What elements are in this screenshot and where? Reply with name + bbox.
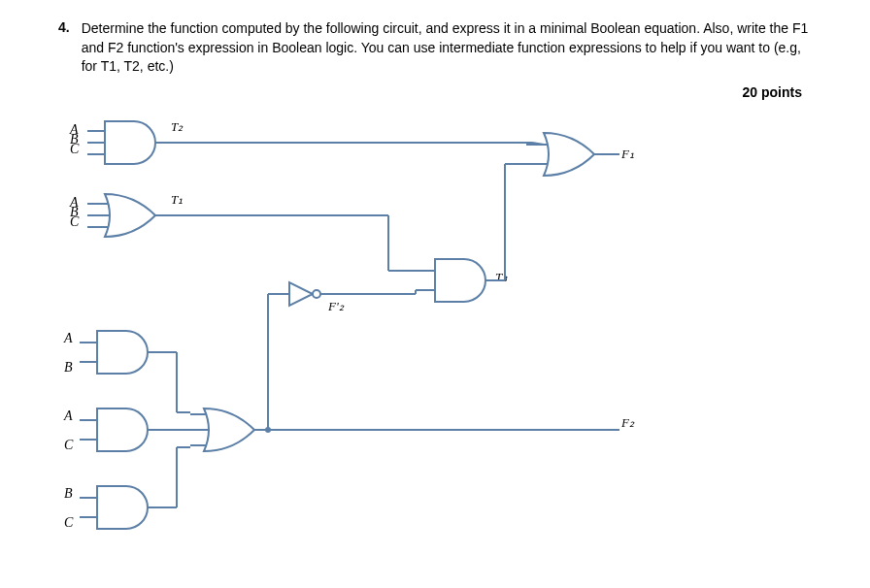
and-gate-icon [87,121,155,164]
circuit-svg [58,119,796,556]
and-gate-icon [80,408,148,451]
points-value: 20 points [58,84,802,100]
not-gate-icon [278,282,332,306]
circuit-diagram: A B C A B C A B A C B C T₂ T₁ T₃ F'₂ F₁ … [58,119,796,566]
and-gate-icon [418,259,485,302]
or-gate-icon [526,133,594,176]
or-gate-icon [190,408,254,451]
and-gate-icon [80,331,148,374]
question-text: Determine the function computed by the f… [82,19,812,77]
or-gate-icon [87,194,155,237]
question-number: 4. [58,19,70,35]
and-gate-icon [80,486,148,529]
